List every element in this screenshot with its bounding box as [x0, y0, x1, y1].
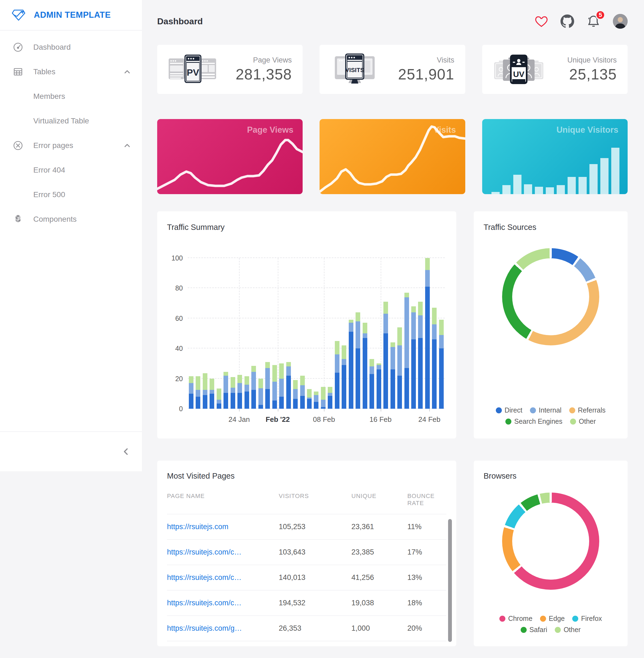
stacked-bar[interactable] — [217, 258, 221, 409]
stacked-bar[interactable] — [314, 258, 319, 409]
bar-segment — [265, 362, 270, 368]
user-avatar[interactable] — [613, 14, 628, 29]
stacked-bar[interactable] — [231, 258, 235, 409]
bar-segment — [237, 393, 242, 409]
stat-value: 281,358 — [236, 66, 292, 83]
page-link[interactable]: https://rsuitejs.com/c… — [167, 599, 242, 607]
bar-segment — [196, 390, 200, 397]
column-header-page-name: PAGE NAME — [167, 492, 279, 507]
legend-dot — [555, 627, 561, 633]
stacked-bar[interactable] — [397, 258, 402, 409]
y-axis-label: 40 — [175, 345, 183, 352]
stacked-bar[interactable] — [203, 258, 207, 409]
stacked-bar[interactable] — [391, 258, 395, 409]
legend-item-firefox: Firefox — [572, 615, 602, 622]
stacked-bar[interactable] — [224, 258, 228, 409]
bar-segment — [432, 308, 437, 324]
page-views-spark-card[interactable]: Page Views — [157, 119, 303, 194]
sidebar-item-label: Tables — [33, 67, 55, 76]
stacked-bar[interactable] — [210, 258, 214, 409]
mini-bar — [611, 148, 619, 194]
stacked-bar[interactable] — [355, 258, 360, 409]
stacked-bar[interactable] — [258, 258, 263, 409]
stacked-bar[interactable] — [251, 258, 256, 409]
bar-segment — [335, 354, 340, 372]
stacked-bar[interactable] — [328, 258, 332, 409]
stacked-bar[interactable] — [237, 258, 242, 409]
stacked-bar[interactable] — [432, 258, 437, 409]
chevron-up-icon[interactable] — [124, 143, 131, 148]
spark-card-title: Visits — [434, 125, 456, 135]
stacked-bar[interactable] — [279, 258, 284, 409]
page-link[interactable]: https://rsuitejs.com/c… — [167, 573, 242, 582]
github-icon[interactable] — [560, 15, 574, 28]
legend-dot — [521, 627, 527, 633]
bar-segment — [189, 394, 193, 409]
chevron-up-icon[interactable] — [124, 70, 131, 74]
x-axis-tick — [429, 409, 430, 412]
stacked-bar[interactable] — [196, 258, 200, 409]
page-link[interactable]: https://rsuitejs.com/c… — [167, 548, 242, 556]
brand[interactable]: ADMIN TEMPLATE — [0, 0, 142, 30]
visits-spark-card[interactable]: Visits — [320, 119, 465, 194]
bar-segment — [189, 383, 193, 394]
bar-segment — [376, 369, 381, 409]
stacked-bar[interactable] — [189, 258, 193, 409]
bar-segment — [231, 377, 235, 388]
page-link[interactable]: https://rsuitejs.com/g… — [167, 624, 242, 632]
stacked-bar[interactable] — [245, 258, 249, 409]
stacked-bar[interactable] — [307, 258, 312, 409]
bar-segment — [411, 339, 416, 409]
sidebar-item-error-404[interactable]: Error 404 — [0, 158, 142, 182]
cubes-icon — [13, 214, 23, 225]
stacked-bar[interactable] — [369, 258, 374, 409]
stacked-bar[interactable] — [321, 258, 325, 409]
bar-segment — [418, 338, 423, 409]
table-row: https://rsuitejs.com105,25323,36111% — [167, 514, 446, 539]
bar-segment — [279, 397, 284, 409]
page-link[interactable]: https://rsuitejs.com — [167, 523, 228, 531]
stacked-bar[interactable] — [293, 258, 298, 409]
bar-segment — [314, 392, 319, 395]
sidebar-item-tables[interactable]: Tables — [0, 60, 142, 84]
stacked-bar[interactable] — [349, 258, 353, 409]
bar-segment — [342, 359, 346, 365]
stacked-bar[interactable] — [265, 258, 270, 409]
stacked-bar[interactable] — [335, 258, 340, 409]
stacked-bar[interactable] — [411, 258, 416, 409]
browsers-legend: ChromeEdgeFirefoxSafariOther — [484, 615, 618, 635]
stacked-bar[interactable] — [439, 258, 444, 409]
sidebar-item-error-pages[interactable]: Error pages — [0, 133, 142, 158]
stacked-bar[interactable] — [384, 258, 388, 409]
favorite-heart-icon[interactable] — [535, 15, 548, 27]
stacked-bar[interactable] — [286, 258, 291, 409]
stacked-bar[interactable] — [418, 258, 423, 409]
sidebar-item-members[interactable]: Members — [0, 84, 142, 109]
stat-content: Visits 251,901 — [398, 56, 454, 83]
table-scrollbar[interactable] — [448, 519, 452, 642]
stacked-bar[interactable] — [376, 258, 381, 409]
browsers-donut — [502, 492, 599, 590]
bar-segment — [245, 392, 249, 409]
stat-label: Unique Visitors — [567, 56, 617, 64]
sidebar-item-error-500[interactable]: Error 500 — [0, 182, 142, 207]
sidebar-item-virtualized-table[interactable]: Virtualized Table — [0, 109, 142, 133]
unique-visitors-spark-card[interactable]: Unique Visitors — [482, 119, 628, 194]
stat-value: 251,901 — [398, 66, 454, 83]
column-header-unique: UNIQUE — [351, 492, 408, 507]
bar-segment — [293, 399, 298, 409]
stacked-bar[interactable] — [363, 258, 367, 409]
stacked-bar[interactable] — [425, 258, 430, 409]
sidebar-item-dashboard[interactable]: Dashboard — [0, 35, 142, 60]
main-content: Dashboard — [142, 0, 644, 658]
stacked-bar[interactable] — [405, 258, 409, 409]
top-bar: Dashboard — [157, 8, 628, 35]
stacked-bar[interactable] — [342, 258, 346, 409]
sidebar-item-components[interactable]: Components — [0, 207, 142, 232]
sidebar-collapse-button[interactable] — [122, 447, 129, 456]
stacked-bar[interactable] — [300, 258, 305, 409]
cell-page-name: https://rsuitejs.com/c… — [167, 548, 279, 556]
stacked-bar[interactable] — [272, 258, 277, 409]
notifications-bell-icon[interactable]: 5 — [587, 15, 600, 28]
brand-logo-icon — [12, 9, 26, 21]
